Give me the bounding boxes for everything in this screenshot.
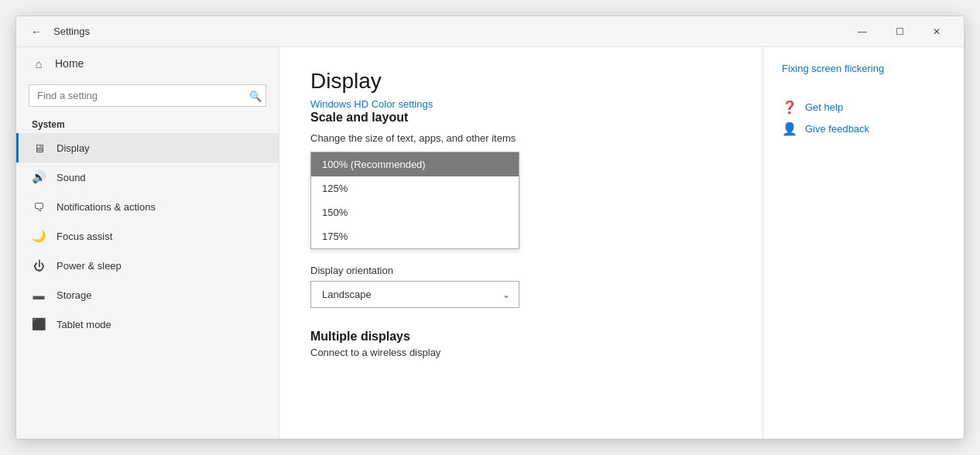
sidebar-home[interactable]: ⌂ Home bbox=[16, 47, 279, 80]
content-area: ⌂ Home 🔍 System 🖥 Display 🔊 Sound 🗨 N bbox=[16, 47, 964, 439]
maximize-button[interactable]: ☐ bbox=[882, 16, 917, 47]
scale-dropdown-list[interactable]: 100% (Recommended) 125% 150% 175% bbox=[310, 152, 519, 249]
settings-window: ← Settings — ☐ ✕ ⌂ Home 🔍 System � bbox=[15, 15, 965, 440]
tablet-label: Tablet mode bbox=[57, 319, 111, 330]
right-panel: Fixing screen flickering ❓ Get help 👤 Gi… bbox=[762, 47, 964, 439]
sidebar-item-notifications[interactable]: 🗨 Notifications & actions bbox=[16, 192, 279, 221]
sidebar: ⌂ Home 🔍 System 🖥 Display 🔊 Sound 🗨 N bbox=[16, 47, 279, 439]
close-button[interactable]: ✕ bbox=[919, 16, 954, 47]
scale-option-175[interactable]: 175% bbox=[311, 224, 519, 248]
minimize-button[interactable]: — bbox=[845, 16, 880, 47]
related-links: ❓ Get help 👤 Give feedback bbox=[782, 96, 945, 139]
scale-desc: Change the size of text, apps, and other… bbox=[310, 132, 732, 144]
sidebar-item-power[interactable]: ⏻ Power & sleep bbox=[16, 251, 279, 280]
get-help-link[interactable]: ❓ Get help bbox=[782, 96, 945, 118]
sidebar-item-storage[interactable]: ▬ Storage bbox=[16, 280, 279, 310]
sidebar-item-sound[interactable]: 🔊 Sound bbox=[16, 162, 279, 192]
search-container: 🔍 bbox=[29, 84, 266, 107]
display-icon: 🖥 bbox=[32, 141, 46, 155]
notifications-icon: 🗨 bbox=[32, 200, 46, 214]
focus-icon: 🌙 bbox=[32, 229, 46, 243]
give-feedback-label: Give feedback bbox=[805, 123, 869, 135]
page-title: Display bbox=[310, 69, 732, 94]
main-content: Display Windows HD Color settings Scale … bbox=[279, 47, 762, 439]
storage-label: Storage bbox=[57, 289, 92, 301]
multiple-displays-desc: Connect to a wireless display bbox=[310, 347, 732, 358]
get-help-label: Get help bbox=[805, 101, 843, 113]
search-icon: 🔍 bbox=[249, 90, 262, 101]
power-icon: ⏻ bbox=[32, 258, 46, 272]
scale-section-title: Scale and layout bbox=[310, 111, 732, 125]
home-label: Home bbox=[55, 57, 84, 70]
sidebar-item-display[interactable]: 🖥 Display bbox=[16, 133, 279, 162]
power-label: Power & sleep bbox=[57, 260, 122, 272]
notifications-label: Notifications & actions bbox=[57, 201, 156, 213]
sound-label: Sound bbox=[57, 172, 86, 183]
sidebar-item-focus[interactable]: 🌙 Focus assist bbox=[16, 221, 279, 251]
orientation-select-wrap: Landscape Portrait Landscape (flipped) P… bbox=[310, 281, 519, 308]
storage-icon: ▬ bbox=[32, 288, 46, 302]
scale-option-125[interactable]: 125% bbox=[311, 176, 519, 200]
back-button[interactable]: ← bbox=[26, 21, 47, 43]
scale-option-100[interactable]: 100% (Recommended) bbox=[311, 152, 519, 176]
focus-label: Focus assist bbox=[57, 231, 112, 242]
display-label: Display bbox=[57, 142, 90, 154]
system-section-label: System bbox=[16, 115, 279, 133]
title-bar-title: Settings bbox=[53, 26, 845, 37]
orientation-label: Display orientation bbox=[310, 265, 732, 276]
tablet-icon: ⬛ bbox=[32, 317, 46, 331]
title-bar: ← Settings — ☐ ✕ bbox=[16, 16, 964, 47]
search-input[interactable] bbox=[29, 84, 266, 107]
fixing-link[interactable]: Fixing screen flickering bbox=[782, 63, 945, 74]
sidebar-item-tablet[interactable]: ⬛ Tablet mode bbox=[16, 310, 279, 339]
sound-icon: 🔊 bbox=[32, 170, 46, 184]
scale-option-150[interactable]: 150% bbox=[311, 200, 519, 224]
help-icon: ❓ bbox=[782, 99, 797, 115]
give-feedback-link[interactable]: 👤 Give feedback bbox=[782, 118, 945, 139]
home-icon: ⌂ bbox=[32, 56, 46, 70]
multiple-displays-title: Multiple displays bbox=[310, 330, 732, 344]
window-controls: — ☐ ✕ bbox=[845, 16, 954, 47]
orientation-select[interactable]: Landscape Portrait Landscape (flipped) P… bbox=[310, 281, 519, 308]
hd-color-link[interactable]: Windows HD Color settings bbox=[310, 98, 433, 110]
feedback-icon: 👤 bbox=[782, 121, 797, 136]
